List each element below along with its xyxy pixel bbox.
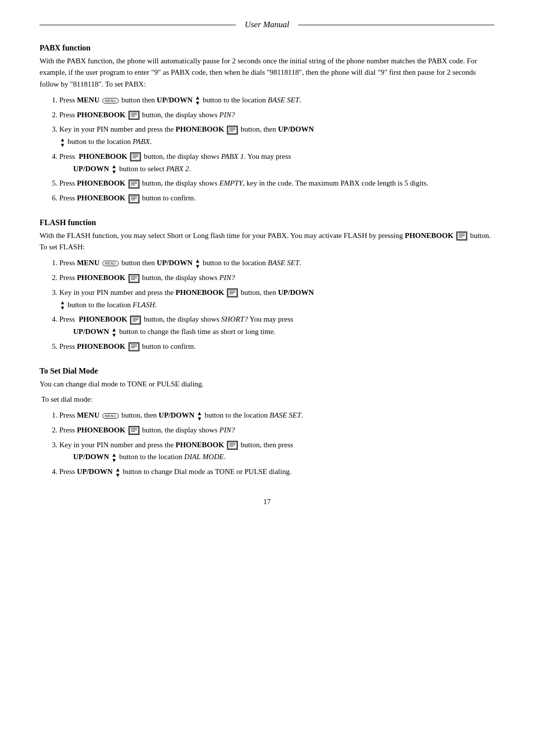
phonebook-button-icon <box>130 316 141 325</box>
base-set-label: BASE SET <box>269 411 301 419</box>
menu-label: MENU <box>77 259 99 267</box>
updown-label: UP/DOWN <box>157 259 193 267</box>
header-line-left <box>40 25 236 25</box>
pin-label: PIN? <box>220 274 235 282</box>
page-header: User Manual <box>40 20 494 30</box>
phonebook-button-icon <box>456 232 467 240</box>
dialmode-step-3: Key in your PIN number and press the PHO… <box>59 439 494 464</box>
pabx2-label: PABX 2 <box>166 165 189 173</box>
updown-label: UP/DOWN <box>278 125 314 133</box>
phonebook-button-icon <box>227 441 238 450</box>
section-flash-intro: With the FLASH function, you may select … <box>40 230 494 253</box>
section-pabx: PABX function With the PABX function, th… <box>40 44 494 204</box>
svg-rect-32 <box>131 317 140 324</box>
flash-step-1: Press MENU MENU button then UP/DOWN ▲ ▼ … <box>59 257 494 269</box>
section-pabx-title: PABX function <box>40 44 494 52</box>
phonebook-label: PHONEBOOK <box>79 315 127 323</box>
dialmode-step-1: Press MENU MENU button, then UP/DOWN ▲ ▼… <box>59 409 494 422</box>
updown-label: UP/DOWN <box>278 288 314 296</box>
svg-rect-16 <box>130 195 138 202</box>
menu-label: MENU <box>77 411 99 419</box>
updown-arrow-icon: ▲ ▼ <box>60 137 65 148</box>
phonebook-label: PHONEBOOK <box>405 232 453 239</box>
menu-button-icon: MENU <box>102 413 119 419</box>
header-line-right <box>298 25 494 25</box>
flash-step-2: Press PHONEBOOK button, the display show… <box>59 272 494 284</box>
page-number: 17 <box>40 498 494 506</box>
flash-step-3: Key in your PIN number and press the PHO… <box>59 286 494 311</box>
svg-rect-8 <box>131 153 140 160</box>
phonebook-label: PHONEBOOK <box>176 125 224 133</box>
phonebook-button-icon <box>227 126 238 135</box>
section-flash: FLASH function With the FLASH function, … <box>40 218 494 353</box>
phonebook-label: PHONEBOOK <box>77 342 125 350</box>
flash-step-5: Press PHONEBOOK button to confirm. <box>59 340 494 353</box>
phonebook-button-icon <box>129 111 139 120</box>
dialmode-steps-list: Press MENU MENU button, then UP/DOWN ▲ ▼… <box>54 409 494 478</box>
dial-mode-label: DIAL MODE <box>184 453 224 461</box>
svg-rect-12 <box>130 181 138 188</box>
pabx-step-2: Press PHONEBOOK button, the display show… <box>59 109 494 121</box>
updown-arrow-icon: ▲ ▼ <box>111 327 117 338</box>
phonebook-button-icon <box>227 288 238 297</box>
menu-button-icon: MENU <box>102 98 119 103</box>
updown-label: UP/DOWN <box>73 453 109 461</box>
section-dialmode-intro1: You can change dial mode to TONE or PULS… <box>40 378 494 390</box>
updown-arrow-icon: ▲ ▼ <box>60 300 65 311</box>
base-set-label: BASE SET <box>268 96 300 104</box>
updown-arrow-icon: ▲ ▼ <box>195 95 200 106</box>
flash-location-label: FLASH <box>133 301 155 309</box>
phonebook-label: PHONEBOOK <box>77 274 125 282</box>
pabx-steps-list: Press MENU MENU button then UP/DOWN ▲ ▼ … <box>54 94 494 204</box>
updown-label: UP/DOWN <box>73 328 109 335</box>
menu-label: MENU <box>77 96 99 104</box>
svg-rect-44 <box>228 442 237 449</box>
phonebook-label: PHONEBOOK <box>176 441 224 449</box>
section-dialmode: To Set Dial Mode You can change dial mod… <box>40 367 494 478</box>
flash-step-4: Press PHONEBOOK button, the display show… <box>59 313 494 338</box>
pin-label: PIN? <box>220 111 235 119</box>
phonebook-label: PHONEBOOK <box>79 152 127 160</box>
svg-rect-20 <box>457 233 466 239</box>
updown-label: UP/DOWN <box>157 96 193 104</box>
section-pabx-intro: With the PABX function, the phone will a… <box>40 55 494 90</box>
dialmode-step-4: Press UP/DOWN ▲ ▼ button to change Dial … <box>59 466 494 478</box>
svg-rect-28 <box>228 289 237 296</box>
section-dialmode-title: To Set Dial Mode <box>40 367 494 376</box>
phonebook-button-icon <box>129 194 139 203</box>
phonebook-label: PHONEBOOK <box>77 426 125 434</box>
updown-label: UP/DOWN <box>159 411 195 419</box>
pabx1-label: PABX 1 <box>221 152 244 160</box>
short-label: SHORT? <box>221 315 248 323</box>
pabx-location-label: PABX <box>133 138 150 145</box>
updown-arrow-icon: ▲ ▼ <box>111 452 117 463</box>
phonebook-label: PHONEBOOK <box>176 288 224 296</box>
phonebook-label: PHONEBOOK <box>77 111 125 119</box>
pabx-step-4: Press PHONEBOOK button, the display show… <box>59 150 494 175</box>
svg-rect-24 <box>130 275 138 282</box>
pabx-step-1: Press MENU MENU button then UP/DOWN ▲ ▼ … <box>59 94 494 106</box>
phonebook-button-icon <box>129 426 139 435</box>
base-set-label: BASE SET <box>268 259 300 267</box>
svg-rect-40 <box>130 427 138 434</box>
svg-rect-4 <box>228 127 237 134</box>
menu-button-icon: MENU <box>102 261 119 266</box>
svg-rect-0 <box>130 112 138 119</box>
updown-arrow-icon: ▲ ▼ <box>197 411 202 422</box>
updown-label: UP/DOWN <box>77 468 113 475</box>
empty-label: EMPTY <box>220 179 243 187</box>
phonebook-button-icon <box>129 342 139 351</box>
updown-arrow-icon: ▲ ▼ <box>115 467 121 478</box>
phonebook-label: PHONEBOOK <box>77 194 125 202</box>
dialmode-step-2: Press PHONEBOOK button, the display show… <box>59 424 494 436</box>
pin-label: PIN? <box>220 426 235 434</box>
updown-label: UP/DOWN <box>73 165 109 173</box>
flash-steps-list: Press MENU MENU button then UP/DOWN ▲ ▼ … <box>54 257 494 352</box>
phonebook-label: PHONEBOOK <box>77 179 125 187</box>
phonebook-button-icon <box>129 180 139 189</box>
section-dialmode-intro2: To set dial mode: <box>40 394 494 405</box>
section-flash-title: FLASH function <box>40 218 494 227</box>
pabx-step-6: Press PHONEBOOK button to confirm. <box>59 192 494 204</box>
phonebook-button-icon <box>130 152 141 161</box>
pabx-step-3: Key in your PIN number and press the PHO… <box>59 123 494 148</box>
